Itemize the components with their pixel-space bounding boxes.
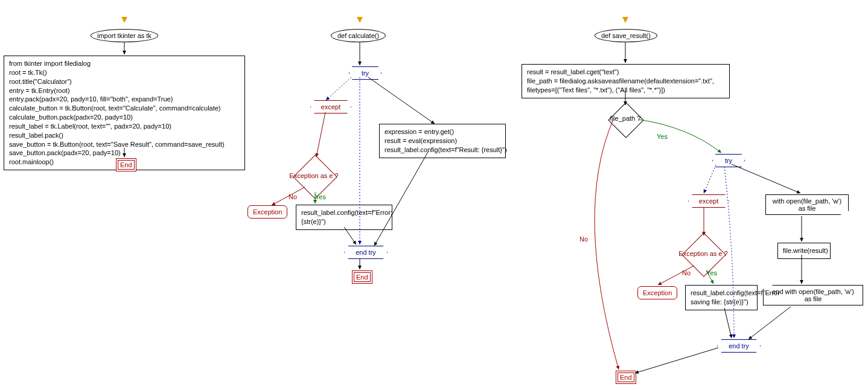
yes-label-1: Yes [657,133,668,140]
end-node: End [616,371,636,384]
start-node: def save_result() [595,29,657,42]
flowchart-calculate: def calculate() try expression = entry.g… [247,0,513,290]
end-node: End [352,270,372,284]
exception-node: Exception [247,205,287,219]
with-open-node: with open(file_path, 'w') as file [765,194,849,215]
no-label: No [289,193,297,200]
flowchart-import: import tkinter as tk from tkinter import… [0,0,272,181]
start-node: import tkinter as tk [91,29,158,42]
code-block-1: result = result_label.cget("text") file_… [522,64,730,98]
start-node: def calculate() [331,29,386,42]
try-body: expression = entry.get() result = eval(e… [379,124,506,158]
filepath-cond-label: file_path ? [604,115,646,122]
exception-node: Exception [637,286,677,299]
except-node: except [688,194,729,208]
try-node: try [712,154,745,167]
flowchart-save-result: def save_result() result = result_label.… [513,0,868,390]
except-node: except [310,100,351,113]
code-block: from tkinter import filedialog root = tk… [4,56,245,170]
yes-label: Yes [315,193,326,200]
yes-label-2: Yes [706,269,717,277]
file-write-node: file.write(result) [777,243,831,259]
start-arrow [622,17,628,23]
start-arrow [121,17,127,23]
start-arrow [357,17,363,23]
no-label-2: No [682,269,691,277]
except-cond-label: Exception as e ? [284,172,344,179]
end-node: End [116,158,136,171]
except-cond-label: Exception as e ? [670,250,736,257]
no-label-1: No [579,235,588,243]
try-node: try [349,66,381,80]
endtry-node: end try [344,246,388,259]
except-body: result_label.config(text=f"Error saving … [685,285,758,310]
except-body: result_label.config(text=f"Error: {str(e… [296,205,392,230]
endtry-node: end try [717,339,761,353]
